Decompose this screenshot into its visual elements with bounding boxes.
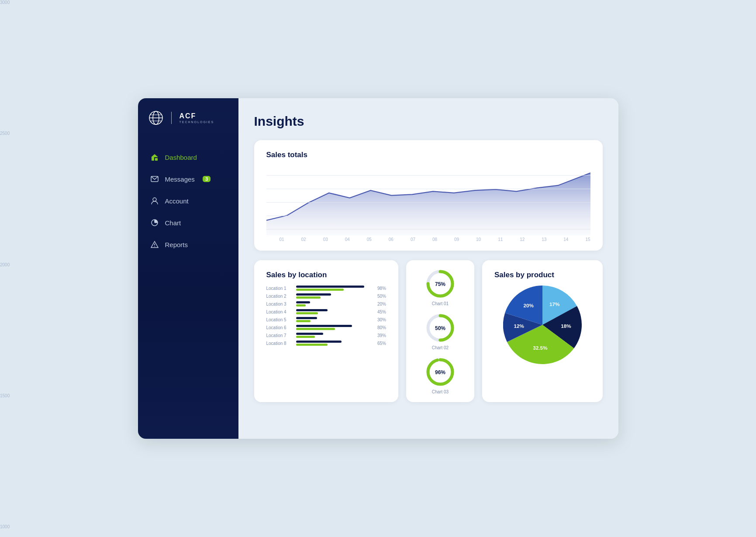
donut-item-3: 96% Chart 03 [425,356,456,394]
bar-navy [296,317,317,319]
donut-label-3: Chart 03 [432,389,449,394]
bar-row: Location 6 80% [266,325,386,330]
warning-icon [150,240,159,249]
bar-tracks [296,325,369,330]
bar-navy [296,333,323,335]
bar-tracks [296,301,369,306]
bar-row: Location 1 98% [266,286,386,291]
sidebar-item-messages[interactable]: Messages 3 [138,169,238,189]
svg-text:50%: 50% [435,325,445,331]
bar-label: Location 3 [266,302,293,306]
bar-label: Location 2 [266,294,293,299]
donut-item-1: 75% Chart 01 [425,268,456,306]
bar-green [296,344,328,346]
bar-pct: 45% [372,310,386,314]
bar-green [296,320,311,322]
messages-badge: 3 [203,176,211,182]
sidebar-item-account[interactable]: Account [138,191,238,211]
account-label: Account [165,197,189,205]
bar-green [296,336,315,338]
donut-svg-3: 96% [425,356,456,388]
messages-label: Messages [165,176,195,183]
area-chart [266,165,590,235]
svg-rect-6 [155,158,158,161]
sidebar-nav: Dashboard Messages 3 [138,138,238,263]
bar-pct: 98% [372,286,386,291]
pie-wrap: 17%18%32.5%12%20% [494,286,590,368]
donut-svg-2: 50% [425,312,456,344]
sales-totals-title: Sales totals [266,151,590,159]
logo-text: ACF TECHNOLOGIES [180,113,214,124]
user-icon [150,196,159,205]
bar-pct: 80% [372,325,386,330]
bar-green [296,296,321,299]
logo-divider [171,112,172,124]
bar-pct: 50% [372,294,386,299]
dashboard-label: Dashboard [165,154,197,161]
svg-point-15 [154,246,155,247]
bar-pct: 65% [372,341,386,346]
page-title: Insights [254,114,603,129]
bar-pct: 30% [372,317,386,322]
x-axis-labels: 01 02 03 04 05 06 07 08 09 10 11 12 13 1… [266,237,590,242]
bottom-row: Sales by location Location 1 98% Locatio… [254,260,603,402]
svg-rect-5 [152,157,154,161]
bar-label: Location 1 [266,286,293,291]
home-icon [150,153,159,162]
envelope-icon [150,175,159,183]
svg-marker-7 [151,154,158,157]
bar-row: Location 5 30% [266,317,386,322]
chart-label: Chart [165,219,181,227]
svg-text:96%: 96% [435,369,445,375]
pie-chart: 17%18%32.5%12%20% [503,286,582,364]
bar-row: Location 2 50% [266,293,386,299]
bar-label: Location 6 [266,325,293,330]
bar-tracks [296,341,369,346]
bar-navy [296,341,342,343]
donut-label-2: Chart 02 [432,345,449,350]
acf-logo-icon [148,110,163,125]
bar-row: Location 4 45% [266,309,386,314]
bar-green [296,289,344,291]
sales-location-card: Sales by location Location 1 98% Locatio… [254,260,398,402]
bar-row: Location 7 39% [266,333,386,338]
bar-pct: 39% [372,333,386,338]
svg-text:75%: 75% [435,281,445,287]
sales-totals-card: Sales totals 3000 2500 2000 1500 1000 [254,140,603,251]
bar-navy [296,325,352,327]
sales-product-card: Sales by product 17%18%32.5%12%20% [482,260,603,402]
bar-navy [296,286,365,288]
pie-label-4: 20% [523,303,534,308]
bar-green [296,328,335,330]
bar-tracks [296,317,369,322]
sales-product-title: Sales by product [494,271,590,279]
donut-label-1: Chart 01 [432,301,449,306]
bar-tracks [296,309,369,314]
donut-svg-1: 75% [425,268,456,299]
bar-label: Location 7 [266,333,293,338]
sales-location-title: Sales by location [266,271,386,279]
pie-label-0: 17% [549,301,560,307]
bar-green [296,304,306,306]
bar-tracks [296,293,369,299]
pie-icon [150,218,159,227]
bar-tracks [296,286,369,291]
donut-charts-card: 75% Chart 01 50% Chart 02 96% Chart 03 [406,260,474,402]
donut-item-2: 50% Chart 02 [425,312,456,350]
main-content: Insights Sales totals 3000 2500 2000 150… [238,98,618,439]
reports-label: Reports [165,241,188,248]
bar-label: Location 4 [266,310,293,314]
bar-row: Location 8 65% [266,341,386,346]
sidebar-item-dashboard[interactable]: Dashboard [138,147,238,167]
sidebar-item-reports[interactable]: Reports [138,234,238,255]
sidebar-item-chart[interactable]: Chart [138,213,238,233]
logo-name: ACF [180,113,214,120]
pie-label-3: 12% [514,323,524,329]
bar-pct: 20% [372,302,386,306]
bar-label: Location 5 [266,317,293,322]
sidebar-logo: ACF TECHNOLOGIES [138,98,238,138]
bar-label: Location 8 [266,341,293,346]
bar-row: Location 3 20% [266,301,386,306]
bar-green [296,312,318,314]
bar-navy [296,309,328,311]
